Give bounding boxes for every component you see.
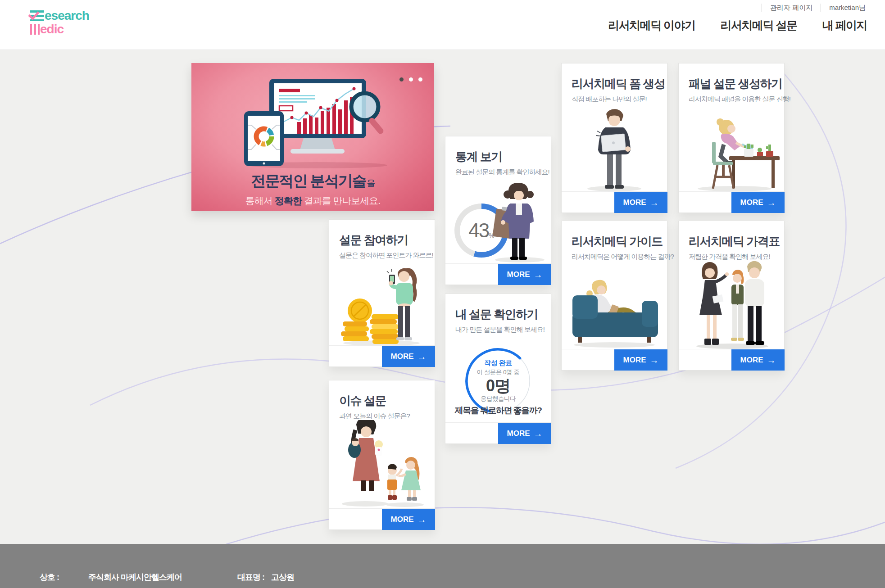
gauge-line1: 이 설문은 0명 중 [477, 368, 520, 376]
logo-word-medic: edic [40, 23, 64, 36]
card-issue: 이슈 설문 과연 오늘의 이슈 설문은? [329, 380, 435, 530]
card-footer: MORE → [562, 349, 667, 370]
gauge-line2: 응답했습니다 [481, 395, 516, 403]
card-title: 리서치메딕 가이드 [572, 234, 663, 249]
laptop-man-illustration [578, 109, 650, 192]
card-footer: MORE → [679, 191, 784, 213]
arrow-right-icon: → [767, 356, 776, 365]
coins-woman-illustration [336, 265, 427, 346]
logo[interactable]: esearch edic [30, 9, 89, 36]
more-button[interactable]: MORE → [498, 264, 551, 285]
card-subtitle: 리서치메딕 패널을 이용한 설문 진행! [689, 95, 790, 104]
clipboard-person-illustration [490, 182, 549, 263]
carousel-dots [399, 77, 422, 81]
more-button[interactable]: MORE → [614, 192, 667, 213]
footer: 상호 : 주식회사 마케시안헬스케어 대표명 : 고상원 [0, 544, 885, 588]
card-participate: 설문 참여하기 설문은 참여하면 포인트가 와르르! [329, 219, 435, 367]
arrow-right-icon: → [534, 270, 543, 279]
three-people-illustration [690, 259, 775, 349]
footer-company-value: 주식회사 마케시안헬스케어 [88, 572, 182, 583]
top-links: 관리자 페이지 marketian님 [762, 4, 874, 12]
nav-item-mypage[interactable]: 내 페이지 [822, 18, 867, 33]
logo-word-research: esearch [45, 9, 89, 22]
card-title: 설문 참여하기 [339, 232, 408, 248]
sofa-reader-illustration [566, 267, 663, 348]
family-illustration [337, 420, 427, 508]
card-title: 리서치메딕 가격표 [689, 234, 780, 249]
card-footer: MORE → [445, 422, 551, 443]
card-subtitle: 설문은 참여하면 포인트가 와르르! [339, 251, 433, 260]
banner-subline: 통해서 정확한 결과를 만나보세요. [191, 194, 434, 207]
card-footer: MORE → [562, 191, 667, 213]
gauge-label: 작성 완료 [484, 359, 512, 367]
card-panel: 패널 설문 생성하기 리서치메딕 패널을 이용한 설문 진행! [678, 63, 785, 213]
more-button[interactable]: MORE → [382, 509, 435, 530]
hero-banner[interactable]: 전문적인 분석기술을 통해서 정확한 결과를 만나보세요. [191, 63, 434, 211]
carousel-dot-3[interactable] [418, 77, 422, 81]
card-title: 내 설문 확인하기 [455, 307, 538, 322]
analytics-illustration [216, 79, 410, 169]
card-title: 패널 설문 생성하기 [689, 76, 782, 92]
carousel-dot-2[interactable] [409, 77, 413, 81]
form-art [562, 109, 667, 192]
arrow-right-icon: → [650, 356, 659, 365]
logo-r-icon [30, 10, 44, 21]
card-footer: MORE → [329, 508, 435, 529]
nav-item-story[interactable]: 리서치메딕 이야기 [608, 18, 695, 33]
more-button[interactable]: MORE → [731, 349, 785, 371]
card-subtitle: 리서치메딕은 어떻게 이용하는 걸까? [572, 253, 674, 261]
guide-art [562, 266, 667, 349]
header: esearch edic 관리자 페이지 marketian님 리서치메딕 이야… [0, 0, 885, 50]
card-footer: MORE → [679, 349, 784, 370]
more-button[interactable]: MORE → [614, 349, 667, 371]
more-button[interactable]: MORE → [731, 192, 785, 213]
logo-m-icon [30, 24, 40, 35]
card-title: 통계 보기 [455, 149, 502, 165]
stats-art: 43 % [445, 181, 551, 264]
card-stats: 통계 보기 완료된 설문의 통계를 확인하세요! 43 % [445, 136, 551, 285]
card-my-survey: 내 설문 확인하기 내가 만든 설문을 확인해 보세요! 작성 완료 이 설문은… [445, 294, 551, 444]
card-guide: 리서치메딕 가이드 리서치메딕은 어떻게 이용하는 걸까? MORE → [561, 221, 667, 371]
footer-ceo-value: 고상원 [271, 572, 294, 583]
card-footer: MORE → [329, 345, 435, 366]
card-subtitle: 과연 오늘의 이슈 설문은? [339, 412, 410, 421]
donut-value: 43 [468, 219, 489, 242]
banner-headline: 전문적인 분석기술을 [191, 171, 434, 191]
username-link[interactable]: marketian님 [821, 4, 874, 12]
nav-item-survey[interactable]: 리서치메딕 설문 [721, 18, 797, 33]
card-title: 이슈 설문 [339, 393, 386, 409]
participate-art [329, 265, 435, 346]
gauge-count: 0명 [486, 377, 510, 394]
arrow-right-icon: → [418, 352, 427, 361]
carousel-dot-1[interactable] [399, 77, 404, 81]
more-button[interactable]: MORE → [498, 423, 551, 444]
card-title: 리서치메딕 폼 생성 [572, 76, 665, 92]
arrow-right-icon: → [534, 429, 543, 438]
admin-page-link[interactable]: 관리자 페이지 [762, 4, 821, 12]
footer-company-label: 상호 : [40, 572, 59, 583]
card-footer: MORE → [445, 263, 551, 285]
price-art [679, 266, 784, 349]
issue-art [329, 425, 435, 509]
banner-text: 전문적인 분석기술을 통해서 정확한 결과를 만나보세요. [191, 171, 434, 207]
card-price: 리서치메딕 가격표 저렴한 가격을 확인해 보세요! [678, 221, 785, 371]
main-nav: 리서치메딕 이야기 리서치메딕 설문 내 페이지 [608, 18, 867, 33]
card-subtitle: 완료된 설문의 통계를 확인하세요! [455, 168, 549, 176]
card-subtitle: 내가 만든 설문을 확인해 보세요! [455, 326, 545, 334]
card-form: 리서치메딕 폼 생성 직접 배포하는 나만의 설문! MORE → [561, 63, 667, 213]
more-button[interactable]: MORE → [382, 346, 435, 367]
plants-girl-illustration [690, 109, 782, 192]
card-subtitle: 직접 배포하는 나만의 설문! [572, 95, 647, 104]
arrow-right-icon: → [418, 515, 427, 524]
survey-title-caption: 제목을 뭐로하면 좋을까? [445, 405, 551, 416]
arrow-right-icon: → [767, 198, 776, 207]
panel-art [679, 109, 784, 192]
footer-ceo-label: 대표명 : [237, 572, 264, 583]
arrow-right-icon: → [650, 198, 659, 207]
